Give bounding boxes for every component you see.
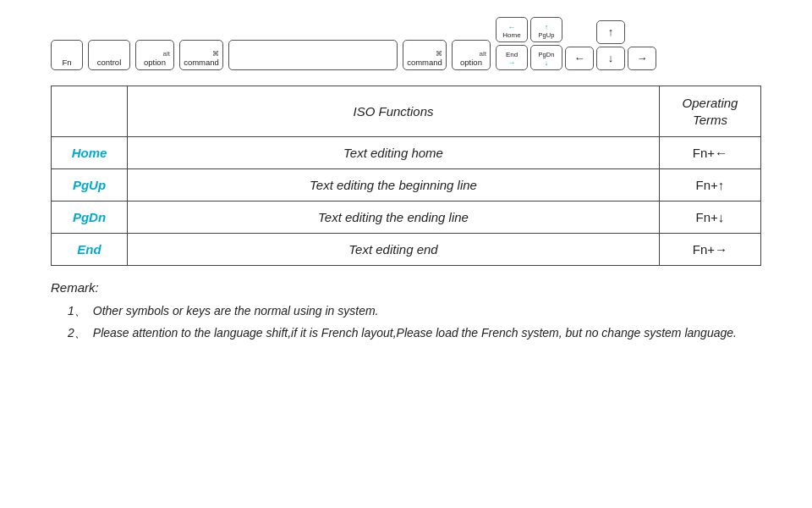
arrow-keys-group: ↑ ← ↓ → bbox=[565, 20, 656, 70]
key-down-arrow: ↓ bbox=[596, 47, 625, 70]
td-func-0: Text editing home bbox=[128, 137, 660, 169]
remark-item-1: 1、 Other symbols or keys are the normal … bbox=[68, 301, 761, 320]
td-term-3: Fn+→ bbox=[660, 234, 761, 266]
key-command2-label: command bbox=[407, 58, 442, 67]
td-key-1: PgUp bbox=[52, 169, 128, 202]
key-control-label: control bbox=[97, 58, 122, 67]
table-header-operating: Operating Terms bbox=[660, 86, 761, 137]
key-home-display: ← Home bbox=[496, 17, 528, 42]
key-command: ⌘ command bbox=[179, 40, 223, 70]
remark-text-1: Other symbols or keys are the normal usi… bbox=[93, 301, 761, 320]
remark-num-1: 1、 bbox=[68, 301, 86, 320]
td-func-1: Text editing the beginning line bbox=[128, 169, 660, 202]
key-pgup-arrow: ↑ bbox=[545, 23, 549, 31]
key-control: control bbox=[88, 40, 130, 70]
table-row: PgDn Text editing the ending line Fn+↓ bbox=[52, 202, 761, 234]
remark-section: Remark: 1、 Other symbols or keys are the… bbox=[51, 278, 761, 343]
key-home-arrow: ← bbox=[508, 23, 516, 31]
key-end-display: End → bbox=[496, 45, 528, 70]
td-func-3: Text editing end bbox=[128, 234, 660, 266]
key-space bbox=[228, 40, 398, 70]
up-arrow-row: ↑ bbox=[565, 20, 656, 44]
td-key-2: PgDn bbox=[52, 202, 128, 234]
remark-title: Remark: bbox=[51, 278, 761, 298]
key-fn: Fn bbox=[51, 40, 83, 70]
key-pgdn-arrow: ↓ bbox=[545, 58, 549, 67]
table-header-key bbox=[52, 86, 128, 137]
key-fn-label: Fn bbox=[62, 58, 71, 67]
nav-cluster: ← Home End → ↑ PgUp PgDn ↓ ↑ bbox=[496, 17, 656, 70]
table-row: End Text editing end Fn+→ bbox=[52, 234, 761, 266]
remark-text-2: Please attention to the language shift,i… bbox=[93, 323, 761, 342]
key-right-arrow: → bbox=[628, 47, 656, 70]
remark-items: 1、 Other symbols or keys are the normal … bbox=[51, 301, 761, 343]
key-option: alt option bbox=[135, 40, 174, 70]
function-table: ISO Functions Operating Terms Home Text … bbox=[51, 86, 761, 266]
pgup-pgdn-group: ↑ PgUp PgDn ↓ bbox=[530, 17, 562, 70]
key-pgup-display: ↑ PgUp bbox=[530, 17, 562, 42]
key-pgup-label: PgUp bbox=[539, 31, 555, 39]
home-end-group: ← Home End → bbox=[496, 17, 528, 70]
key-pgdn-display: PgDn ↓ bbox=[530, 45, 562, 70]
td-term-2: Fn+↓ bbox=[660, 202, 761, 234]
key-end-label: End bbox=[506, 51, 518, 58]
key-pgdn-label: PgDn bbox=[539, 51, 555, 58]
td-term-1: Fn+↑ bbox=[660, 169, 761, 202]
table-row: PgUp Text editing the beginning line Fn+… bbox=[52, 169, 761, 202]
td-func-2: Text editing the ending line bbox=[128, 202, 660, 234]
remark-item-2: 2、 Please attention to the language shif… bbox=[68, 323, 761, 342]
key-option-label: option bbox=[144, 58, 166, 67]
td-key-3: End bbox=[52, 234, 128, 266]
table-header-iso: ISO Functions bbox=[128, 86, 660, 137]
key-option2: alt option bbox=[452, 40, 491, 70]
key-command2: ⌘ command bbox=[403, 40, 447, 70]
key-up-arrow: ↑ bbox=[596, 20, 625, 44]
lr-arrow-row: ← ↓ → bbox=[565, 47, 656, 70]
key-option-top: alt bbox=[163, 51, 170, 58]
key-option2-top: alt bbox=[480, 51, 486, 58]
td-key-0: Home bbox=[52, 137, 128, 169]
key-end-arrow: → bbox=[508, 58, 516, 67]
key-command2-top: ⌘ bbox=[436, 51, 442, 58]
keyboard-diagram: Fn control alt option ⌘ command ⌘ comman… bbox=[51, 17, 761, 70]
table-row: Home Text editing home Fn+← bbox=[52, 137, 761, 169]
key-option2-label: option bbox=[460, 58, 482, 67]
operating-line1: Operating bbox=[683, 96, 738, 110]
key-command-label: command bbox=[184, 58, 219, 67]
key-home-label: Home bbox=[502, 31, 520, 39]
key-command-top: ⌘ bbox=[212, 51, 219, 58]
remark-num-2: 2、 bbox=[68, 323, 86, 342]
key-left-arrow: ← bbox=[565, 47, 594, 70]
operating-line2: Terms bbox=[693, 113, 727, 127]
td-term-0: Fn+← bbox=[660, 137, 761, 169]
